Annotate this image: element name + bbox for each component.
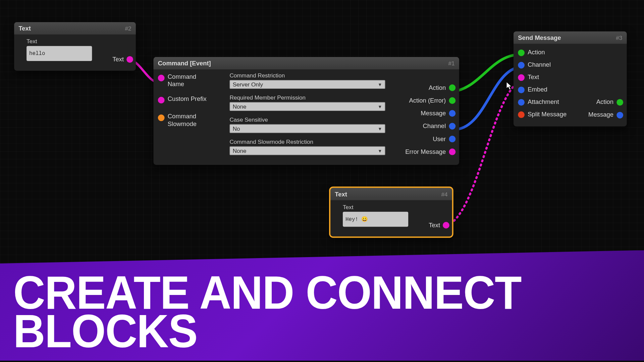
port-label-command-name: Command Name — [168, 73, 212, 88]
port-label-attachment: Attachment — [528, 98, 559, 105]
port-out-user[interactable] — [449, 136, 455, 142]
port-in-text[interactable] — [518, 74, 525, 81]
select-slowmode-restriction[interactable]: None ▼ — [229, 146, 385, 155]
port-in-embed[interactable] — [518, 86, 525, 93]
port-label-text: Text — [528, 73, 539, 80]
node-header[interactable]: Text #2 — [14, 22, 136, 35]
select-command-restriction[interactable]: Server Only ▼ — [229, 80, 385, 89]
promo-banner: CREATE AND CONNECT BLOCKS — [0, 250, 644, 361]
port-label-action: Action — [528, 49, 545, 56]
node-header[interactable]: Command [Event] #1 — [154, 57, 459, 69]
node-title: Send Message — [518, 34, 561, 41]
port-out-channel[interactable] — [449, 123, 455, 130]
port-in-command-name[interactable] — [158, 75, 165, 81]
chevron-down-icon: ▼ — [378, 126, 382, 131]
port-out-text-label: Text — [429, 222, 440, 229]
port-out-text[interactable] — [126, 56, 133, 63]
port-label-channel: Channel — [423, 122, 446, 129]
node-id: #4 — [441, 191, 447, 197]
select-value: None — [233, 147, 247, 154]
field-label-permission: Required Member Permission — [229, 94, 385, 101]
port-out-action[interactable] — [449, 84, 455, 91]
node-header[interactable]: Text #4 — [330, 188, 452, 200]
select-value: No — [233, 125, 240, 132]
select-required-permission[interactable]: None ▼ — [229, 102, 385, 111]
port-out-text-label: Text — [112, 56, 124, 63]
node-text-2[interactable]: Text #2 Text Text — [14, 22, 136, 71]
port-out-message[interactable] — [616, 112, 623, 119]
select-case-sensitive[interactable]: No ▼ — [229, 124, 385, 133]
node-title: Text — [335, 190, 347, 197]
port-out-message[interactable] — [449, 110, 455, 117]
port-in-custom-prefix[interactable] — [158, 97, 165, 104]
node-header[interactable]: Send Message #3 — [514, 32, 627, 44]
port-label-message-out: Message — [588, 111, 613, 118]
port-label-error-message: Error Message — [405, 148, 446, 155]
banner-headline: CREATE AND CONNECT BLOCKS — [13, 273, 644, 350]
port-label-split-message: Split Message — [528, 111, 567, 118]
port-in-channel[interactable] — [518, 62, 525, 69]
port-label-channel: Channel — [528, 61, 551, 68]
port-in-split-message[interactable] — [518, 111, 525, 118]
node-title: Command [Event] — [158, 60, 211, 67]
chevron-down-icon: ▼ — [378, 82, 382, 87]
port-in-action[interactable] — [518, 50, 525, 56]
port-label-message: Message — [421, 110, 446, 117]
select-value: Server Only — [233, 81, 263, 88]
field-label-text: Text — [343, 204, 448, 210]
node-title: Text — [18, 25, 31, 32]
port-label-action-out: Action — [596, 98, 613, 105]
port-label-action: Action — [429, 84, 446, 91]
node-id: #3 — [616, 34, 622, 41]
chevron-down-icon: ▼ — [378, 148, 382, 153]
port-out-text[interactable] — [443, 222, 449, 228]
field-label-restriction: Command Restriction — [229, 72, 385, 79]
field-label-case-sensitive: Case Sensitive — [229, 116, 385, 123]
port-out-error-message[interactable] — [449, 148, 455, 155]
port-out-action-error[interactable] — [449, 97, 455, 104]
port-label-user: User — [433, 135, 446, 142]
node-id: #2 — [125, 25, 131, 32]
node-send-message-3[interactable]: Send Message #3 Action Channel — [514, 32, 627, 127]
node-id: #1 — [448, 60, 455, 67]
field-label-text: Text — [26, 38, 131, 45]
field-label-slowmode-restriction: Command Slowmode Restriction — [229, 138, 385, 145]
chevron-down-icon: ▼ — [378, 104, 382, 109]
port-label-embed: Embed — [528, 86, 547, 93]
port-out-action[interactable] — [616, 99, 623, 106]
node-text-4[interactable]: Text #4 Text Text — [330, 188, 452, 236]
select-value: None — [233, 103, 247, 110]
port-in-command-slowmode[interactable] — [158, 115, 165, 121]
port-in-attachment[interactable] — [518, 99, 525, 106]
text-input[interactable] — [343, 212, 408, 227]
port-label-command-slowmode: Command Slowmode — [168, 113, 212, 128]
port-label-custom-prefix: Custom Prefix — [168, 95, 212, 103]
port-label-action-error: Action (Error) — [409, 97, 446, 104]
text-input[interactable] — [26, 46, 92, 61]
node-canvas[interactable]: Text #2 Text Text Command [Event] #1 — [0, 0, 644, 361]
node-command-1[interactable]: Command [Event] #1 Command Name Custom P… — [154, 57, 459, 165]
